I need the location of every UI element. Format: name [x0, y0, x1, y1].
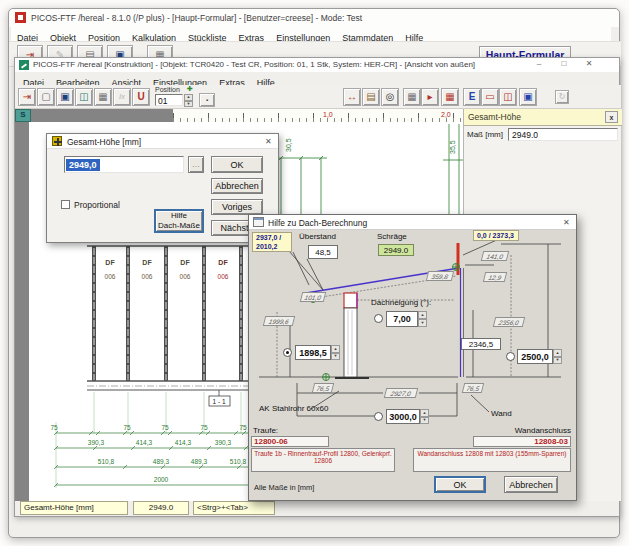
print-icon: ▦	[98, 92, 107, 102]
cancel-button[interactable]: Abbrechen	[504, 476, 558, 493]
insert-profile-icon: ▸	[427, 92, 432, 102]
width-input[interactable]: 3000,0	[386, 409, 420, 424]
dim-76-5-right: 76,5	[462, 383, 484, 393]
left-height-radio[interactable]	[283, 348, 292, 357]
dialog-close-button[interactable]: ✕	[265, 137, 272, 146]
units-note: Alle Maße in [mm]	[254, 483, 314, 492]
dimension-button[interactable]: ↔	[343, 88, 361, 106]
mass-input[interactable]: 2949.0	[508, 128, 618, 141]
dim-label-right: 35,5	[449, 140, 456, 154]
zoom-button[interactable]: ◎	[381, 88, 399, 106]
grid-view-icon: ◫	[79, 92, 88, 102]
s-cell-button[interactable]: S	[15, 109, 31, 122]
cancel-button[interactable]: Abbrechen	[211, 178, 263, 194]
spinner-down[interactable]: ▼	[331, 353, 340, 361]
new-button[interactable]: ▢	[37, 88, 55, 106]
profile-db-button[interactable]: ▦	[403, 88, 421, 106]
dim-2346-5: 2346,5	[461, 338, 501, 350]
panel-label: DF	[180, 259, 190, 266]
section-button[interactable]: ◫	[499, 88, 517, 106]
ak-label: AK Stahlrohr 60x60	[259, 404, 328, 413]
dim-359-8: 359,8	[426, 271, 454, 281]
dim-axis: 510,8	[230, 458, 247, 465]
ok-button[interactable]: OK	[211, 156, 263, 173]
apply-position-button[interactable]: ▪	[199, 93, 215, 107]
redo-button[interactable]: ↻	[555, 90, 569, 104]
position-input[interactable]: 01	[155, 94, 183, 106]
panel-close-button[interactable]: x	[605, 111, 618, 123]
previous-button[interactable]: Voriges	[211, 199, 263, 215]
panel-label: DF	[105, 259, 115, 266]
dim-1999-6: 1999,6	[263, 316, 295, 326]
hoehe-input[interactable]: 2949,0	[64, 156, 184, 173]
minimize-button[interactable]: –	[529, 59, 549, 70]
left-height-input[interactable]: 1898,5	[295, 345, 331, 360]
save-icon: ▣	[60, 92, 69, 102]
right-height-radio[interactable]	[506, 352, 515, 361]
spinner-down[interactable]: ▼	[420, 417, 429, 425]
close-button[interactable]: ✕	[579, 59, 599, 70]
insert-profile-button[interactable]: ▸	[421, 88, 439, 106]
print-button[interactable]: ▦	[94, 88, 112, 106]
spinner-up[interactable]: ▲	[553, 349, 562, 357]
dim-75: 75	[50, 424, 58, 431]
left-height-spinner: ▲▼	[331, 345, 340, 360]
measure-panel-title: Gesamt-Höhe	[468, 112, 521, 122]
dialog-titlebar[interactable]: Gesamt-Höhe [mm] ✕	[47, 134, 278, 149]
layers-button[interactable]: ▤	[362, 88, 380, 106]
spinner-down[interactable]: ▼	[553, 357, 562, 365]
dialog-close-button[interactable]: ✕	[563, 218, 570, 227]
spinner-up[interactable]: ▲	[420, 409, 429, 417]
monitor-button[interactable]: ▣	[519, 88, 537, 106]
proportional-checkbox[interactable]	[61, 200, 70, 209]
spinner-down[interactable]: ▼	[184, 101, 193, 108]
konstruktion-titlebar[interactable]: PICOS-FTF /hereal [Konstruktion] - [Obje…	[15, 58, 619, 72]
coord-label-left: 2937,0 / 2010,2	[252, 232, 292, 252]
spinner-up[interactable]: ▲	[418, 311, 427, 319]
exit-button[interactable]: ⇥	[18, 88, 36, 106]
ruler-label-2: 2,0	[441, 111, 451, 118]
u-profile-button[interactable]: U	[132, 88, 150, 106]
element-button[interactable]: E	[463, 88, 481, 106]
grid-view-button[interactable]: ◫	[75, 88, 93, 106]
coord-label-right: 0,0 / 2373,3	[473, 230, 519, 241]
dim-axis: 510,8	[98, 458, 115, 465]
dach-berechnung-dialog: Hilfe zu Dach-Berechnung ✕ 2937,0 / 2010…	[248, 214, 577, 501]
traufe-label: Traufe:	[253, 426, 278, 435]
table-button[interactable]: ▦	[441, 88, 459, 106]
app-icon	[15, 12, 26, 23]
right-height-input[interactable]: 2500,0	[517, 349, 553, 364]
spinner-up[interactable]: ▲	[331, 345, 340, 353]
formula-picker-button[interactable]: …	[188, 156, 204, 173]
help-roof-button[interactable]: Hilfe Dach-Maße	[154, 209, 204, 233]
index-button[interactable]: Ix	[113, 88, 131, 106]
status-field-name: Gesamt-Höhe [mm]	[20, 501, 128, 515]
frame-button[interactable]: ▭	[481, 88, 499, 106]
dim-axis: 489,3	[191, 458, 208, 465]
selected-text: 2949,0	[66, 159, 100, 171]
main-titlebar[interactable]: PICOS-FTF /hereal - 8.1.0 (/P plus) - [H…	[9, 9, 619, 27]
dachneigung-input[interactable]: 7,00	[386, 311, 418, 327]
save-button[interactable]: ▣	[56, 88, 74, 106]
dim-76-5-left: 76,5	[312, 383, 334, 393]
dim-12-9: 12,9	[483, 272, 507, 282]
dim-glass: 414,3	[175, 439, 192, 446]
ok-button[interactable]: OK	[434, 476, 486, 493]
dachneigung-radio[interactable]	[374, 314, 383, 323]
dim-total: 2000	[154, 476, 169, 483]
ueberstand-value: 48,5	[308, 245, 338, 259]
profile-db-icon: ▦	[407, 92, 416, 102]
maximize-button[interactable]: □	[554, 59, 574, 70]
panel-sublabel: 006	[180, 273, 191, 280]
width-radio[interactable]	[374, 412, 383, 421]
panel-sublabel: 006	[218, 273, 229, 280]
konstruktion-title: PICOS-FTF /hereal [Konstruktion] - [Obje…	[33, 60, 523, 69]
traufe-description: Traufe 1b - Rinnentrauf-Profil 12800, Ge…	[251, 448, 395, 472]
layers-icon: ▤	[366, 92, 375, 102]
dialog-titlebar[interactable]: Hilfe zu Dach-Berechnung ✕	[249, 215, 576, 230]
schraege-value: 2949.0	[378, 244, 414, 256]
spinner-down[interactable]: ▼	[418, 319, 427, 327]
wandanschluss-code: 12808-03	[473, 436, 571, 447]
dim-75: 75	[239, 424, 247, 431]
pin-icon: ✚	[187, 85, 193, 93]
